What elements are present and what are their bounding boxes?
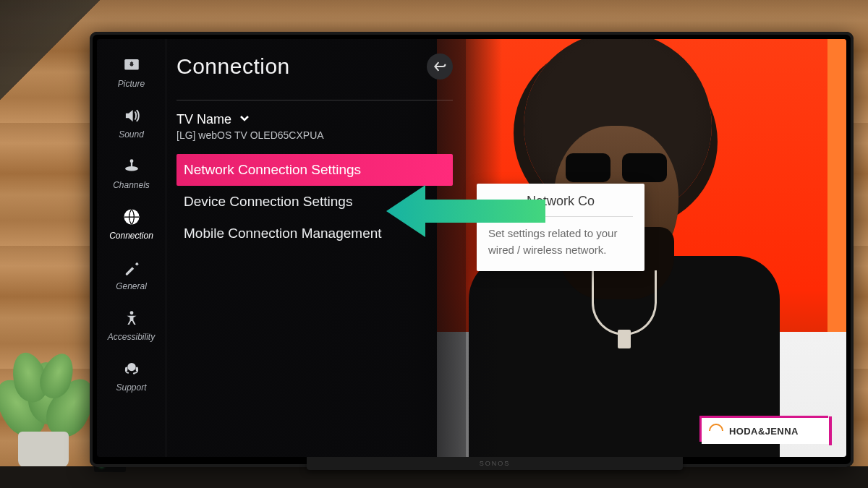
svg-point-7 <box>127 363 135 371</box>
rail-label: Accessibility <box>108 332 155 342</box>
rail-label: Connection <box>109 231 153 241</box>
sound-icon <box>119 105 144 127</box>
tooltip-title: Network Co <box>488 194 633 209</box>
general-icon <box>119 257 144 278</box>
tooltip-card: Network Co Set settings related to your … <box>477 184 644 271</box>
picture-icon <box>119 54 144 76</box>
tv-name-label: TV Name <box>176 112 231 127</box>
rail-item-support[interactable]: Support <box>103 351 161 398</box>
rail-item-channels[interactable]: Channels <box>103 149 161 195</box>
connection-menu: Network Connection Settings Device Conne… <box>176 154 453 249</box>
sunrise-icon <box>709 424 723 438</box>
accessibility-icon <box>119 307 144 329</box>
tv-screen: HODA&JENNA Picture Sound <box>97 39 846 457</box>
rail-item-sound[interactable]: Sound <box>103 98 161 145</box>
tv-name-value: [LG] webOS TV OLED65CXPUA <box>176 129 453 141</box>
soundbar-brand: SONOS <box>480 460 511 467</box>
tv-frame: SONOS HODA&JENNA <box>90 32 854 467</box>
rail-item-general[interactable]: General <box>103 250 161 296</box>
rail-label: Picture <box>118 79 145 89</box>
svg-point-10 <box>132 372 135 374</box>
chevron-down-icon <box>239 112 250 127</box>
rail-label: Support <box>116 382 146 393</box>
settings-overlay: Picture Sound Channels <box>97 39 466 457</box>
tooltip-body: Set settings related to your wired / wir… <box>488 226 633 258</box>
back-button[interactable] <box>427 53 453 80</box>
plant <box>0 345 101 468</box>
rail-item-picture[interactable]: Picture <box>103 48 161 94</box>
menu-item-network[interactable]: Network Connection Settings <box>176 154 453 186</box>
rail-label: General <box>116 281 147 291</box>
svg-point-4 <box>129 159 133 163</box>
rail-item-accessibility[interactable]: Accessibility <box>103 301 161 347</box>
rail-label: Channels <box>113 180 150 190</box>
support-icon <box>119 358 144 380</box>
svg-rect-8 <box>125 367 127 372</box>
separator <box>176 100 453 100</box>
rail-label: Sound <box>119 129 144 140</box>
menu-item-device[interactable]: Device Connection Settings <box>176 186 453 218</box>
menu-item-mobile[interactable]: Mobile Connection Management <box>176 218 453 249</box>
svg-rect-9 <box>135 367 137 372</box>
connection-icon <box>119 206 144 228</box>
page-title: Connection <box>176 54 290 79</box>
broadcast-logo-text: HODA&JENNA <box>729 426 799 437</box>
settings-rail: Picture Sound Channels <box>97 39 166 457</box>
settings-panel: Connection TV Name [LG] webOS TV OLED65C… <box>166 39 466 457</box>
svg-point-6 <box>129 311 133 314</box>
channels-icon <box>119 155 144 177</box>
broadcast-logo: HODA&JENNA <box>702 418 830 444</box>
rail-item-connection[interactable]: Connection <box>103 200 161 246</box>
tv-name-row[interactable]: TV Name <box>176 112 453 127</box>
